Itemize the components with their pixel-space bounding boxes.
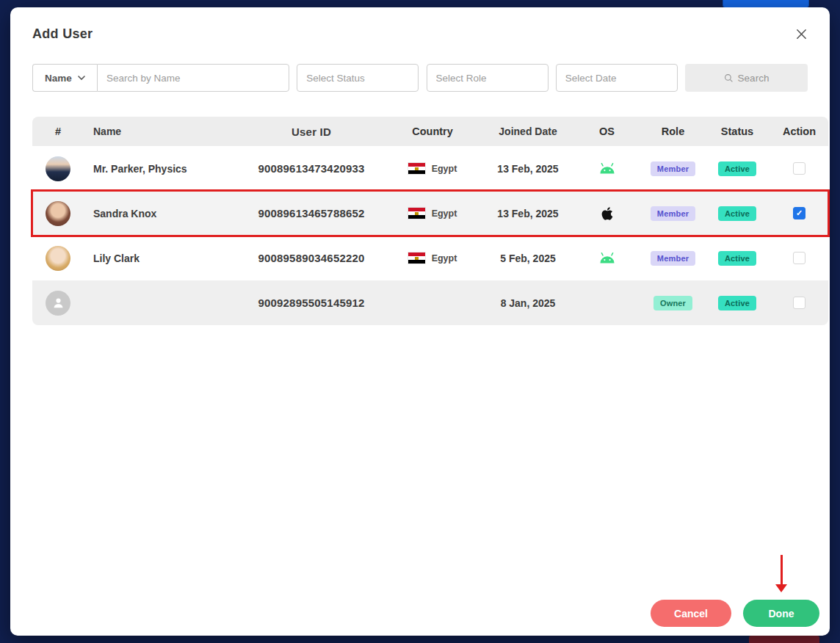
role-badge: Member [651, 251, 695, 266]
add-user-modal: Add User Name Search #NameUser IDCountry… [10, 7, 830, 636]
android-icon [598, 252, 617, 264]
user-id: 90089589034652220 [242, 252, 381, 264]
column-header: Joined Date [484, 126, 572, 137]
table-row[interactable]: Sandra Knox90089613465788652Egypt13 Feb,… [32, 191, 828, 236]
joined-date: 5 Feb, 2025 [484, 253, 572, 264]
table-header: #NameUser IDCountryJoined DateOSRoleStat… [32, 117, 828, 146]
column-header: User ID [242, 126, 381, 138]
background-partial-element [749, 636, 819, 643]
joined-date: 13 Feb, 2025 [484, 208, 572, 219]
column-header: Action [770, 126, 828, 137]
row-checkbox[interactable] [793, 297, 805, 309]
cancel-button[interactable]: Cancel [651, 600, 731, 627]
avatar [32, 156, 84, 181]
row-checkbox[interactable]: ✓ [793, 207, 805, 219]
search-input[interactable] [97, 64, 289, 92]
country-label: Egypt [432, 253, 457, 264]
country-cell: Egypt [381, 208, 484, 219]
avatar [32, 201, 84, 226]
role-badge: Member [651, 161, 695, 176]
user-id: 90089613465788652 [242, 207, 381, 219]
filter-bar: Name Search [32, 64, 808, 92]
modal-header: Add User [10, 7, 830, 43]
column-header: OS [572, 126, 642, 137]
egypt-flag-icon [408, 253, 425, 264]
table-row[interactable]: 900928955051459128 Jan, 2025OwnerActive [32, 280, 828, 325]
modal-footer: Cancel Done [651, 600, 819, 627]
role-badge: Owner [653, 296, 692, 310]
user-name: Sandra Knox [84, 208, 242, 219]
user-id: 90092895505145912 [242, 297, 381, 309]
status-badge: Active [718, 296, 756, 310]
role-badge: Member [651, 206, 695, 221]
status-badge: Active [718, 161, 756, 176]
name-field-dropdown[interactable]: Name [32, 64, 97, 92]
android-icon [598, 162, 617, 175]
country-label: Egypt [432, 164, 457, 174]
country-label: Egypt [432, 208, 457, 219]
column-header: Status [704, 126, 770, 137]
name-dropdown-label: Name [45, 73, 72, 84]
joined-date: 13 Feb, 2025 [484, 163, 572, 175]
status-badge: Active [718, 206, 756, 221]
search-button-label: Search [738, 73, 770, 84]
users-table: #NameUser IDCountryJoined DateOSRoleStat… [32, 117, 828, 325]
avatar [32, 291, 84, 316]
column-header: # [32, 126, 84, 137]
user-name: Lily Clark [84, 253, 242, 264]
chevron-down-icon [78, 76, 85, 80]
country-cell: Egypt [381, 253, 484, 264]
status-select-input[interactable] [297, 64, 419, 92]
name-search-group: Name [32, 64, 289, 92]
role-select-input[interactable] [427, 64, 548, 92]
os-cell [572, 206, 642, 221]
close-icon[interactable] [792, 25, 811, 43]
user-name: Mr. Parker, Physics [84, 163, 242, 175]
egypt-flag-icon [408, 163, 425, 174]
row-checkbox[interactable] [793, 162, 805, 175]
os-cell [572, 252, 642, 264]
date-select-input[interactable] [556, 64, 678, 92]
egypt-flag-icon [408, 208, 425, 219]
column-header: Country [381, 126, 484, 137]
status-badge: Active [718, 251, 756, 266]
joined-date: 8 Jan, 2025 [484, 297, 572, 309]
table-row[interactable]: Lily Clark90089589034652220Egypt5 Feb, 2… [32, 236, 828, 280]
annotation-arrow-icon [775, 555, 787, 593]
user-id: 90089613473420933 [242, 162, 381, 175]
avatar [32, 246, 84, 271]
modal-title: Add User [32, 26, 93, 42]
search-button[interactable]: Search [685, 64, 808, 92]
row-checkbox[interactable] [793, 252, 805, 264]
apple-icon [601, 206, 613, 221]
done-button[interactable]: Done [743, 600, 819, 627]
os-cell [572, 162, 642, 175]
table-body: Mr. Parker, Physics90089613473420933Egyp… [32, 146, 828, 325]
search-icon [724, 73, 734, 83]
column-header: Name [84, 126, 242, 137]
country-cell: Egypt [381, 163, 484, 174]
column-header: Role [642, 126, 704, 137]
table-row[interactable]: Mr. Parker, Physics90089613473420933Egyp… [32, 146, 828, 191]
